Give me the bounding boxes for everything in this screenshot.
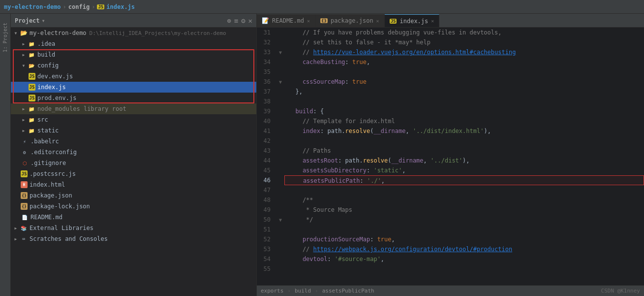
dev-env-icon (29, 73, 35, 80)
ext-libs-arrow (13, 225, 19, 231)
code-container: 31 32 33 34 35 36 37 38 39 40 41 42 43 4… (257, 28, 644, 285)
line-numbers: 31 32 33 34 35 36 37 38 39 40 41 42 43 4… (257, 28, 276, 285)
packagejson-icon (21, 192, 28, 199)
code-content[interactable]: // If you have problems debugging vue-fi… (284, 28, 644, 285)
tab-packagejson[interactable]: {} package.json ✕ (315, 14, 385, 27)
index-js-label: index.js (37, 84, 66, 91)
scratches-icon: ⌨ (20, 235, 28, 243)
build-label: build (37, 51, 55, 58)
fold-38 (276, 97, 284, 106)
tree-item-packagejson[interactable]: package.json (11, 190, 256, 201)
tree-item-ext-libs[interactable]: 📚 External Libraries (11, 223, 256, 233)
packagejson-label: package.json (30, 192, 72, 199)
fold-33[interactable]: ▼ (276, 47, 284, 57)
ln-32: 32 (257, 37, 274, 47)
tab-packagejson-close[interactable]: ✕ (376, 18, 379, 24)
panel-header: Project ▾ ⊕ ≡ ⚙ ✕ (11, 14, 256, 28)
packagelockjson-label: package-lock.json (30, 203, 90, 210)
bc-sep1: › (287, 288, 291, 294)
fold-34 (276, 57, 284, 67)
code-line-47 (284, 185, 644, 195)
tree-item-scratches[interactable]: ⌨ Scratches and Consoles (11, 233, 256, 244)
src-icon: 📁 (28, 116, 35, 124)
fold-53 (276, 244, 284, 254)
code-line-41: index: path.resolve(__dirname, '../dist/… (284, 126, 644, 136)
tree-item-babelrc[interactable]: ⚡ .babelrc (11, 136, 256, 147)
tree-item-gitignore[interactable]: ⬡ .gitignore (11, 158, 256, 168)
settings-icon[interactable]: ⚙ (241, 17, 245, 25)
tree-item-postcssrc[interactable]: .postcssrc.js (11, 168, 256, 179)
fold-31 (276, 28, 284, 37)
collapse-all-icon[interactable]: ≡ (234, 17, 238, 25)
code-line-49: * Source Maps (284, 205, 644, 215)
ln-38: 38 (257, 97, 274, 106)
panel-dropdown-icon[interactable]: ▾ (42, 17, 45, 24)
fold-35 (276, 67, 284, 77)
tree-item-idea[interactable]: 📁 .idea (11, 38, 256, 49)
breadcrumb-file: JS index.js (97, 3, 135, 10)
static-arrow (21, 128, 27, 133)
fold-52 (276, 234, 284, 244)
code-fold-column: ▼ ▼ ▼ (276, 28, 284, 285)
project-label[interactable]: 1: Project (2, 23, 8, 52)
idea-arrow (21, 41, 27, 47)
tabs-bar: 📝 README.md ✕ {} package.json ✕ JS index… (257, 14, 644, 28)
ln-35: 35 (257, 67, 274, 77)
tree-item-packagelockjson[interactable]: package-lock.json (11, 201, 256, 212)
tab-packagejson-icon: {} (320, 18, 328, 23)
code-line-52: productionSourceMap: true, (284, 234, 644, 244)
tab-indexjs-close[interactable]: ✕ (431, 18, 434, 24)
tab-readme-label: README.md (272, 17, 304, 24)
editorconfig-label: .editorconfig (31, 149, 77, 156)
tab-indexjs-label: index.js (399, 18, 428, 25)
tree-item-src[interactable]: 📁 src (11, 114, 256, 125)
tree-item-static[interactable]: 📁 static (11, 125, 256, 136)
postcssrc-label: .postcssrc.js (30, 170, 76, 177)
fold-50[interactable]: ▼ (276, 215, 284, 225)
node-modules-arrow (21, 106, 27, 112)
fold-49 (276, 205, 284, 215)
tree-item-node-modules[interactable]: 📁 node_modules library root (11, 103, 256, 114)
tree-item-config[interactable]: 📂 config (11, 60, 256, 71)
project-name[interactable]: my-electron-demo (4, 3, 61, 10)
tab-readme-close[interactable]: ✕ (307, 18, 310, 24)
code-line-35 (284, 67, 644, 77)
tree-item-editorconfig[interactable]: ⚙ .editorconfig (11, 147, 256, 158)
ln-45: 45 (257, 165, 274, 175)
config-icon: 📂 (28, 62, 35, 69)
tree-item-indexhtml[interactable]: index.html (11, 179, 256, 190)
ln-48: 48 (257, 195, 274, 205)
src-arrow (21, 117, 27, 123)
ln-33: 33 (257, 47, 274, 57)
node-modules-icon: 📁 (28, 105, 35, 113)
code-line-55 (284, 264, 644, 274)
node-modules-label: node_modules library root (37, 105, 126, 112)
close-panel-icon[interactable]: ✕ (248, 17, 252, 25)
code-line-32: // set this to false - it *may* help (284, 37, 644, 47)
title-bar: my-electron-demo › config › JS index.js (0, 0, 644, 14)
tree-item-prod-env[interactable]: prod.env.js (11, 93, 256, 103)
ext-libs-icon: 📚 (20, 224, 28, 232)
fold-36[interactable]: ▼ (276, 77, 284, 87)
prod-env-icon (29, 95, 35, 101)
tree-item-index-js[interactable]: index.js (11, 82, 256, 93)
prod-env-label: prod.env.js (37, 95, 76, 101)
tree-item-dev-env[interactable]: dev.env.js (11, 71, 256, 82)
code-line-45: assetsSubDirectory: 'static', (284, 165, 644, 175)
ln-49: 49 (257, 205, 274, 215)
tab-packagejson-label: package.json (331, 17, 373, 24)
scratches-label: Scratches and Consoles (30, 235, 108, 242)
code-line-34: cacheBusting: true, (284, 57, 644, 67)
fold-46 (276, 175, 284, 185)
tree-root[interactable]: my-electron-demo D:\Intellij_IDEA_Projec… (11, 28, 256, 38)
tree-item-build[interactable]: 📁 build (11, 49, 256, 60)
postcssrc-icon (21, 170, 28, 177)
tree-item-readme[interactable]: 📄 README.md (11, 212, 256, 223)
scope-icon[interactable]: ⊕ (227, 17, 231, 25)
code-line-33: // https://vue-loader.vuejs.org/en/optio… (284, 47, 644, 57)
tab-readme[interactable]: 📝 README.md ✕ (257, 14, 315, 27)
ln-46: 46 (257, 175, 274, 185)
fold-43 (276, 146, 284, 156)
tab-indexjs[interactable]: JS index.js ✕ (385, 14, 440, 27)
fold-54 (276, 254, 284, 264)
